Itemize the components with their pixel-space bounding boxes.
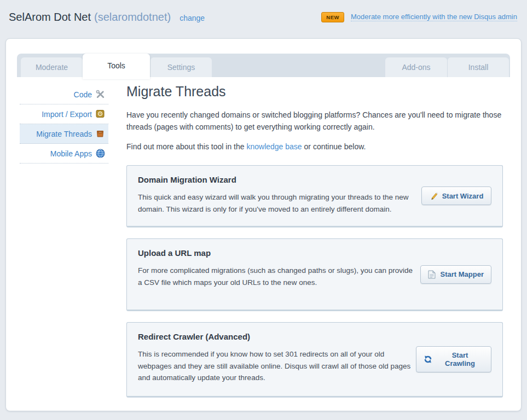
site-shortname: (selaromdotnet) [94, 11, 171, 24]
storage-box-icon [96, 129, 105, 138]
promo-block: NEW Moderate more efficiently with the n… [321, 12, 517, 22]
card-body: This quick and easy wizard will walk you… [138, 191, 418, 215]
card-body: This is recommended if you know how to s… [138, 348, 416, 384]
card-action: Start Crawling [416, 346, 491, 372]
card-text: Redirect Crawler (Advanced) This is reco… [138, 332, 416, 384]
tab-group-right: Add-ons Install [385, 54, 510, 77]
intro-paragraph-2: Find out more about this tool in the kno… [126, 141, 503, 153]
page-title: Migrate Threads [126, 84, 503, 100]
sidebar-item-import-export[interactable]: Import / Export [20, 104, 108, 124]
card-title: Redirect Crawler (Advanced) [138, 332, 416, 341]
new-badge: NEW [321, 12, 344, 22]
site-name: SelArom Dot Net [9, 11, 91, 24]
start-mapper-button[interactable]: Start Mapper [420, 265, 491, 284]
card-action: Start Wizard [421, 186, 491, 205]
top-header: SelArom Dot Net (selaromdotnet) change N… [0, 0, 527, 34]
sidebar-item-migrate-threads[interactable]: Migrate Threads [20, 124, 108, 144]
document-icon [428, 270, 437, 279]
refresh-icon [424, 355, 432, 364]
tools-icon [96, 90, 105, 99]
tool-cards: Domain Migration Wizard This quick and e… [126, 165, 503, 398]
button-label: Start Wizard [442, 192, 484, 200]
button-label: Start Mapper [441, 270, 484, 278]
admin-panel: Moderate Tools Settings Add-ons Install … [5, 38, 522, 411]
tab-install[interactable]: Install [447, 57, 509, 77]
sidebar-item-label: Mobile Apps [50, 149, 92, 158]
card-action: Start Mapper [420, 265, 491, 284]
intro-paragraph: Have you recently changed domains or swi… [126, 109, 503, 133]
change-site-link[interactable]: change [179, 14, 205, 22]
card-redirect-crawler: Redirect Crawler (Advanced) This is reco… [126, 322, 503, 398]
sidebar-item-label: Migrate Threads [36, 130, 92, 138]
tab-group-left: Moderate Tools Settings [17, 54, 212, 77]
import-export-icon [96, 109, 105, 119]
card-upload-url-map: Upload a URL map For more complicated mi… [126, 238, 503, 311]
start-crawling-button[interactable]: Start Crawling [416, 346, 491, 372]
tab-addons[interactable]: Add-ons [385, 57, 447, 77]
card-title: Domain Migration Wizard [138, 175, 418, 184]
sidebar-item-label: Code [74, 90, 92, 99]
tools-sidebar: Code Import / Export [20, 77, 108, 398]
tab-tools[interactable]: Tools [83, 54, 150, 79]
button-label: Start Crawling [436, 351, 484, 368]
card-domain-migration-wizard: Domain Migration Wizard This quick and e… [126, 165, 503, 228]
start-wizard-button[interactable]: Start Wizard [421, 186, 491, 205]
new-admin-promo-link[interactable]: Moderate more efficiently with the new D… [351, 13, 517, 21]
sidebar-item-label: Import / Export [42, 110, 92, 119]
wand-icon [430, 191, 438, 200]
sidebar-item-code[interactable]: Code [20, 85, 108, 104]
card-title: Upload a URL map [138, 248, 418, 258]
knowledge-base-link[interactable]: knowledge base [246, 142, 302, 151]
tab-settings[interactable]: Settings [150, 57, 212, 77]
globe-icon [96, 149, 105, 158]
card-text: Domain Migration Wizard This quick and e… [138, 175, 418, 215]
site-identity: SelArom Dot Net (selaromdotnet) change [9, 11, 205, 24]
card-body: For more complicated migrations (such as… [138, 265, 418, 288]
sidebar-item-mobile-apps[interactable]: Mobile Apps [20, 144, 108, 164]
main-content: Migrate Threads Have you recently change… [108, 77, 503, 398]
intro-line2-prefix: Find out more about this tool in the [126, 142, 246, 151]
intro-line2-suffix: or continue below. [302, 142, 366, 151]
tab-moderate[interactable]: Moderate [21, 57, 83, 77]
content-row: Code Import / Export [6, 77, 521, 398]
card-text: Upload a URL map For more complicated mi… [138, 248, 418, 288]
tab-bar: Moderate Tools Settings Add-ons Install [17, 54, 510, 77]
